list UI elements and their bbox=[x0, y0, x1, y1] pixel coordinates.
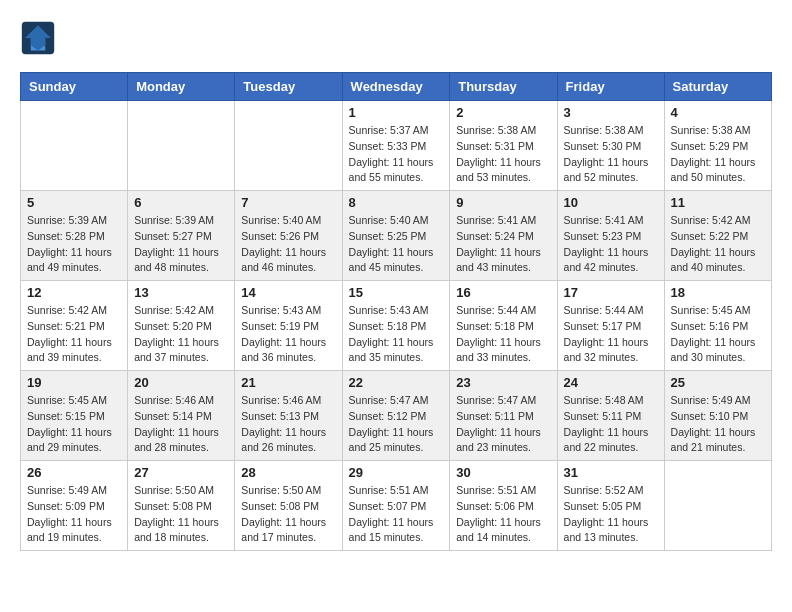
day-number: 3 bbox=[564, 105, 658, 120]
calendar-cell: 19Sunrise: 5:45 AM Sunset: 5:15 PM Dayli… bbox=[21, 371, 128, 461]
weekday-header: Thursday bbox=[450, 73, 557, 101]
day-number: 23 bbox=[456, 375, 550, 390]
day-info: Sunrise: 5:42 AM Sunset: 5:21 PM Dayligh… bbox=[27, 303, 121, 366]
calendar-cell: 22Sunrise: 5:47 AM Sunset: 5:12 PM Dayli… bbox=[342, 371, 450, 461]
day-number: 28 bbox=[241, 465, 335, 480]
calendar-cell: 20Sunrise: 5:46 AM Sunset: 5:14 PM Dayli… bbox=[128, 371, 235, 461]
calendar-cell: 11Sunrise: 5:42 AM Sunset: 5:22 PM Dayli… bbox=[664, 191, 771, 281]
day-info: Sunrise: 5:50 AM Sunset: 5:08 PM Dayligh… bbox=[134, 483, 228, 546]
day-number: 9 bbox=[456, 195, 550, 210]
calendar-cell: 12Sunrise: 5:42 AM Sunset: 5:21 PM Dayli… bbox=[21, 281, 128, 371]
calendar-cell: 24Sunrise: 5:48 AM Sunset: 5:11 PM Dayli… bbox=[557, 371, 664, 461]
calendar-cell: 4Sunrise: 5:38 AM Sunset: 5:29 PM Daylig… bbox=[664, 101, 771, 191]
calendar-cell bbox=[128, 101, 235, 191]
weekday-header: Saturday bbox=[664, 73, 771, 101]
day-info: Sunrise: 5:41 AM Sunset: 5:24 PM Dayligh… bbox=[456, 213, 550, 276]
day-info: Sunrise: 5:39 AM Sunset: 5:27 PM Dayligh… bbox=[134, 213, 228, 276]
calendar-cell: 1Sunrise: 5:37 AM Sunset: 5:33 PM Daylig… bbox=[342, 101, 450, 191]
day-number: 18 bbox=[671, 285, 765, 300]
day-info: Sunrise: 5:38 AM Sunset: 5:29 PM Dayligh… bbox=[671, 123, 765, 186]
calendar-week-row: 19Sunrise: 5:45 AM Sunset: 5:15 PM Dayli… bbox=[21, 371, 772, 461]
day-info: Sunrise: 5:39 AM Sunset: 5:28 PM Dayligh… bbox=[27, 213, 121, 276]
calendar-cell: 21Sunrise: 5:46 AM Sunset: 5:13 PM Dayli… bbox=[235, 371, 342, 461]
day-info: Sunrise: 5:42 AM Sunset: 5:22 PM Dayligh… bbox=[671, 213, 765, 276]
day-number: 5 bbox=[27, 195, 121, 210]
calendar-header-row: SundayMondayTuesdayWednesdayThursdayFrid… bbox=[21, 73, 772, 101]
calendar-cell: 9Sunrise: 5:41 AM Sunset: 5:24 PM Daylig… bbox=[450, 191, 557, 281]
day-info: Sunrise: 5:49 AM Sunset: 5:10 PM Dayligh… bbox=[671, 393, 765, 456]
day-number: 27 bbox=[134, 465, 228, 480]
weekday-header: Wednesday bbox=[342, 73, 450, 101]
calendar-cell: 27Sunrise: 5:50 AM Sunset: 5:08 PM Dayli… bbox=[128, 461, 235, 551]
day-number: 11 bbox=[671, 195, 765, 210]
day-info: Sunrise: 5:38 AM Sunset: 5:31 PM Dayligh… bbox=[456, 123, 550, 186]
day-info: Sunrise: 5:45 AM Sunset: 5:15 PM Dayligh… bbox=[27, 393, 121, 456]
calendar-cell: 13Sunrise: 5:42 AM Sunset: 5:20 PM Dayli… bbox=[128, 281, 235, 371]
calendar-week-row: 5Sunrise: 5:39 AM Sunset: 5:28 PM Daylig… bbox=[21, 191, 772, 281]
calendar-cell: 6Sunrise: 5:39 AM Sunset: 5:27 PM Daylig… bbox=[128, 191, 235, 281]
day-info: Sunrise: 5:44 AM Sunset: 5:18 PM Dayligh… bbox=[456, 303, 550, 366]
day-info: Sunrise: 5:37 AM Sunset: 5:33 PM Dayligh… bbox=[349, 123, 444, 186]
calendar-cell: 18Sunrise: 5:45 AM Sunset: 5:16 PM Dayli… bbox=[664, 281, 771, 371]
day-number: 31 bbox=[564, 465, 658, 480]
day-info: Sunrise: 5:40 AM Sunset: 5:26 PM Dayligh… bbox=[241, 213, 335, 276]
day-number: 20 bbox=[134, 375, 228, 390]
calendar-cell: 10Sunrise: 5:41 AM Sunset: 5:23 PM Dayli… bbox=[557, 191, 664, 281]
day-number: 12 bbox=[27, 285, 121, 300]
day-number: 8 bbox=[349, 195, 444, 210]
weekday-header: Monday bbox=[128, 73, 235, 101]
day-number: 21 bbox=[241, 375, 335, 390]
day-number: 6 bbox=[134, 195, 228, 210]
day-number: 26 bbox=[27, 465, 121, 480]
calendar-cell: 31Sunrise: 5:52 AM Sunset: 5:05 PM Dayli… bbox=[557, 461, 664, 551]
weekday-header: Friday bbox=[557, 73, 664, 101]
day-info: Sunrise: 5:41 AM Sunset: 5:23 PM Dayligh… bbox=[564, 213, 658, 276]
day-info: Sunrise: 5:48 AM Sunset: 5:11 PM Dayligh… bbox=[564, 393, 658, 456]
day-number: 25 bbox=[671, 375, 765, 390]
calendar-cell: 17Sunrise: 5:44 AM Sunset: 5:17 PM Dayli… bbox=[557, 281, 664, 371]
page-header bbox=[20, 20, 772, 56]
day-info: Sunrise: 5:51 AM Sunset: 5:07 PM Dayligh… bbox=[349, 483, 444, 546]
day-number: 17 bbox=[564, 285, 658, 300]
day-number: 30 bbox=[456, 465, 550, 480]
calendar-cell: 25Sunrise: 5:49 AM Sunset: 5:10 PM Dayli… bbox=[664, 371, 771, 461]
calendar-week-row: 1Sunrise: 5:37 AM Sunset: 5:33 PM Daylig… bbox=[21, 101, 772, 191]
day-info: Sunrise: 5:50 AM Sunset: 5:08 PM Dayligh… bbox=[241, 483, 335, 546]
calendar-week-row: 12Sunrise: 5:42 AM Sunset: 5:21 PM Dayli… bbox=[21, 281, 772, 371]
calendar-cell: 29Sunrise: 5:51 AM Sunset: 5:07 PM Dayli… bbox=[342, 461, 450, 551]
calendar-week-row: 26Sunrise: 5:49 AM Sunset: 5:09 PM Dayli… bbox=[21, 461, 772, 551]
calendar-cell: 28Sunrise: 5:50 AM Sunset: 5:08 PM Dayli… bbox=[235, 461, 342, 551]
day-info: Sunrise: 5:43 AM Sunset: 5:19 PM Dayligh… bbox=[241, 303, 335, 366]
day-info: Sunrise: 5:40 AM Sunset: 5:25 PM Dayligh… bbox=[349, 213, 444, 276]
day-number: 14 bbox=[241, 285, 335, 300]
day-number: 7 bbox=[241, 195, 335, 210]
day-number: 19 bbox=[27, 375, 121, 390]
day-number: 29 bbox=[349, 465, 444, 480]
calendar-table: SundayMondayTuesdayWednesdayThursdayFrid… bbox=[20, 72, 772, 551]
day-info: Sunrise: 5:47 AM Sunset: 5:11 PM Dayligh… bbox=[456, 393, 550, 456]
day-info: Sunrise: 5:46 AM Sunset: 5:13 PM Dayligh… bbox=[241, 393, 335, 456]
logo bbox=[20, 20, 62, 56]
weekday-header: Sunday bbox=[21, 73, 128, 101]
calendar-cell: 14Sunrise: 5:43 AM Sunset: 5:19 PM Dayli… bbox=[235, 281, 342, 371]
calendar-cell: 26Sunrise: 5:49 AM Sunset: 5:09 PM Dayli… bbox=[21, 461, 128, 551]
calendar-cell: 15Sunrise: 5:43 AM Sunset: 5:18 PM Dayli… bbox=[342, 281, 450, 371]
day-number: 13 bbox=[134, 285, 228, 300]
day-number: 4 bbox=[671, 105, 765, 120]
calendar-cell: 3Sunrise: 5:38 AM Sunset: 5:30 PM Daylig… bbox=[557, 101, 664, 191]
day-number: 22 bbox=[349, 375, 444, 390]
day-info: Sunrise: 5:43 AM Sunset: 5:18 PM Dayligh… bbox=[349, 303, 444, 366]
calendar-cell bbox=[664, 461, 771, 551]
calendar-cell: 7Sunrise: 5:40 AM Sunset: 5:26 PM Daylig… bbox=[235, 191, 342, 281]
day-number: 16 bbox=[456, 285, 550, 300]
weekday-header: Tuesday bbox=[235, 73, 342, 101]
day-info: Sunrise: 5:44 AM Sunset: 5:17 PM Dayligh… bbox=[564, 303, 658, 366]
day-info: Sunrise: 5:51 AM Sunset: 5:06 PM Dayligh… bbox=[456, 483, 550, 546]
day-number: 15 bbox=[349, 285, 444, 300]
calendar-cell: 5Sunrise: 5:39 AM Sunset: 5:28 PM Daylig… bbox=[21, 191, 128, 281]
calendar-cell bbox=[235, 101, 342, 191]
day-info: Sunrise: 5:52 AM Sunset: 5:05 PM Dayligh… bbox=[564, 483, 658, 546]
day-info: Sunrise: 5:46 AM Sunset: 5:14 PM Dayligh… bbox=[134, 393, 228, 456]
logo-icon bbox=[20, 20, 56, 56]
day-number: 2 bbox=[456, 105, 550, 120]
